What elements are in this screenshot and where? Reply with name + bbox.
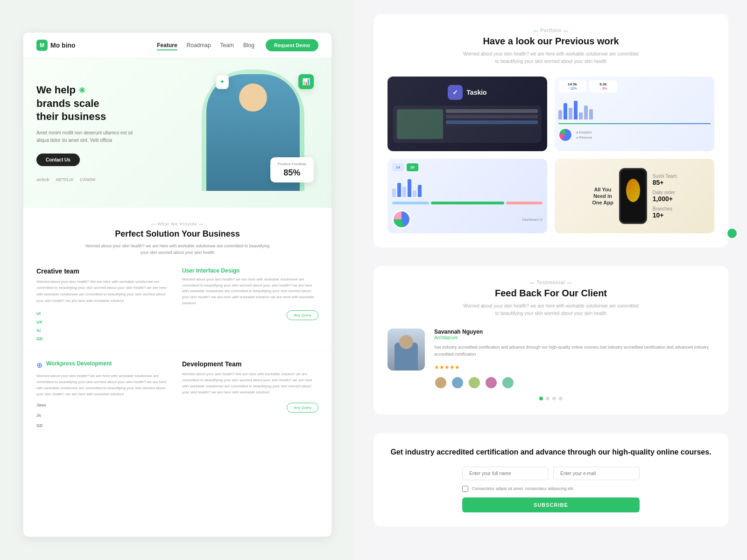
portfolio-section: — Portfolio — Have a look our Previous w… (374, 14, 728, 247)
cta-checkbox[interactable]: Consectetur adipsi sit amet, consectetur… (462, 486, 640, 492)
reviewer-thumbs (434, 376, 714, 389)
ui-design-title: User Interface Design (182, 267, 318, 274)
hero-right: Our Creative Team (188, 70, 318, 196)
feedback-label: Positive Feedbak (278, 162, 306, 166)
reviewer-1 (434, 376, 447, 389)
charts-preview: 14 20 (388, 159, 547, 233)
brand-canon: CÂNON (80, 177, 95, 182)
cta-inputs (462, 467, 640, 480)
services-grid: Creative team Worried about your skin he… (36, 267, 318, 341)
checkbox-label: Consectetur adipsi sit amet, consectetur… (472, 486, 574, 491)
nav-feature[interactable]: Feature (157, 42, 177, 49)
wp-dev-title: Workpress Development (46, 360, 112, 367)
brand-airbnb: airbnb (36, 177, 49, 182)
service-tabs: UI UX Ai GD (36, 311, 173, 341)
reviewer-2 (451, 376, 464, 389)
brand-logos: airbnb NETFLIX CÂNON (36, 177, 188, 182)
name-input[interactable] (462, 467, 549, 480)
dot-3[interactable] (552, 397, 556, 400)
services-title: Perfect Solution Your Business (36, 229, 318, 239)
left-panel: M Mo bino Feature Roadmap Team Blog Requ… (0, 0, 355, 560)
creative-team-text: Worried about your skin health? We are h… (36, 279, 173, 304)
lang-gd: GD (36, 423, 173, 428)
reviewer-4 (485, 376, 498, 389)
dev-team-title: Development Team (182, 360, 318, 368)
wp-dev-section: ⊕ Workpress Development Worried about yo… (36, 360, 173, 428)
tab-gd[interactable]: GD (36, 336, 173, 341)
ui-design-text: Worried about your skin health? we are h… (182, 277, 318, 307)
subscribe-button[interactable]: SUBSCRIBE (462, 497, 640, 512)
dot-1[interactable] (539, 397, 543, 400)
portfolio-analytics: 14.5k↑ 12% 8.2k↓ 3% (555, 77, 714, 151)
hero-subtitle: Amet minim mollit non deserunt ullamco e… (36, 129, 139, 144)
allone-stat-2: Daily order 1,000+ (653, 190, 677, 203)
testimonial-section: — Testimonial — Feed Back For Our Client… (374, 266, 728, 414)
testimonial-avatar (388, 329, 425, 371)
nav-blog[interactable]: Blog (243, 42, 254, 49)
service-left: Creative team Worried about your skin he… (36, 267, 173, 341)
services-section: — What We Provide — Perfect Solution You… (23, 208, 331, 350)
feedback-percent: 85% (278, 168, 306, 178)
bottom-services: ⊕ Workpress Development Worried about yo… (23, 350, 331, 437)
dot-2[interactable] (546, 397, 550, 400)
nav-roadmap[interactable]: Roadmap (187, 42, 211, 49)
allone-stat-1: Sushi Team 85+ (653, 174, 677, 186)
taskio-logo: ✓ Taskio (448, 85, 486, 100)
wordpress-icon: ⊕ (36, 361, 42, 370)
allone-stats: Sushi Team 85+ Daily order 1,000+ Branch… (653, 174, 677, 219)
client-text: Get industry accredited certification an… (434, 344, 714, 358)
tab-ui[interactable]: UI (36, 311, 173, 316)
tab-ux[interactable]: UX (36, 320, 173, 324)
dev-team-text: Worried about your skin health? We are h… (182, 371, 318, 395)
email-input[interactable] (553, 467, 640, 480)
sparkle-icon: ✦ (219, 78, 225, 85)
cta-section: Get industry accredited certification an… (374, 433, 728, 526)
client-role: Architacure (434, 335, 714, 340)
portfolio-label: — Portfolio — (388, 28, 714, 33)
request-demo-button[interactable]: Request Demo (266, 39, 318, 51)
brand-netflix: NETFLIX (56, 177, 74, 182)
testimonial-title: Feed Back For Our Client (388, 288, 714, 299)
hero-left: We help ✳ brands scale their business Am… (36, 70, 188, 196)
hero-title: We help ✳ brands scale their business (36, 84, 188, 124)
mini-chart (558, 96, 711, 119)
any-query-button-2[interactable]: Any Query (287, 403, 318, 413)
nav-team[interactable]: Team (220, 42, 234, 49)
services-section-label: — What We Provide — (36, 222, 318, 226)
cta-title: Get industry accredited certification an… (388, 447, 714, 457)
logo: M Mo bino (36, 40, 76, 51)
lang-js: Js (36, 413, 173, 418)
phone-mockup (619, 168, 647, 224)
right-panel: — Portfolio — Have a look our Previous w… (355, 0, 747, 560)
mini-chart-2 (392, 175, 543, 197)
consent-checkbox[interactable] (462, 486, 468, 492)
any-query-button-1[interactable]: Any Query (287, 310, 318, 320)
allone-preview: All YouNeed inOne App Sushi Team 85+ Dai (555, 159, 714, 233)
reviewer-3 (468, 376, 481, 389)
lang-java: Java (36, 403, 173, 407)
feedback-float-card: Positive Feedbak 85% (270, 157, 314, 182)
dev-team-section: Development Team Worried about your skin… (182, 360, 318, 428)
tab-ai[interactable]: Ai (36, 328, 173, 333)
logo-text: Mo bino (50, 42, 76, 49)
portfolio-title: Have a look our Previous work (388, 36, 714, 47)
allone-stat-3: Branches 10+ (653, 206, 677, 219)
testimonial-label: — Testimonial — (388, 280, 714, 285)
testimonial-card: Savannah Nguyen Architacure Get industry… (388, 329, 714, 389)
portfolio-desc: Worried about your skin health? we are h… (462, 50, 640, 65)
testimonial-content: Savannah Nguyen Architacure Get industry… (434, 329, 714, 389)
portfolio-allone: All YouNeed inOne App Sushi Team 85+ Dai (555, 159, 714, 233)
cta-form: Consectetur adipsi sit amet, consectetur… (462, 467, 640, 512)
contact-us-button[interactable]: Contact Us (36, 154, 80, 166)
wp-dev-text: Worried about your skin health? we are h… (36, 373, 173, 397)
chart-icon: 📊 (302, 78, 310, 85)
creative-team-title: Creative team (36, 267, 173, 275)
dot-4[interactable] (559, 397, 563, 400)
icon-float-card-right: 📊 (298, 74, 314, 89)
testimonial-dots (388, 397, 714, 400)
testimonial-desc: Worried about your skin health? we are h… (462, 302, 640, 317)
taskio-preview (393, 105, 542, 143)
main-wrapper: M Mo bino Feature Roadmap Team Blog Requ… (0, 0, 747, 560)
hero-section: We help ✳ brands scale their business Am… (23, 58, 331, 208)
taskio-icon: ✓ (448, 85, 463, 100)
